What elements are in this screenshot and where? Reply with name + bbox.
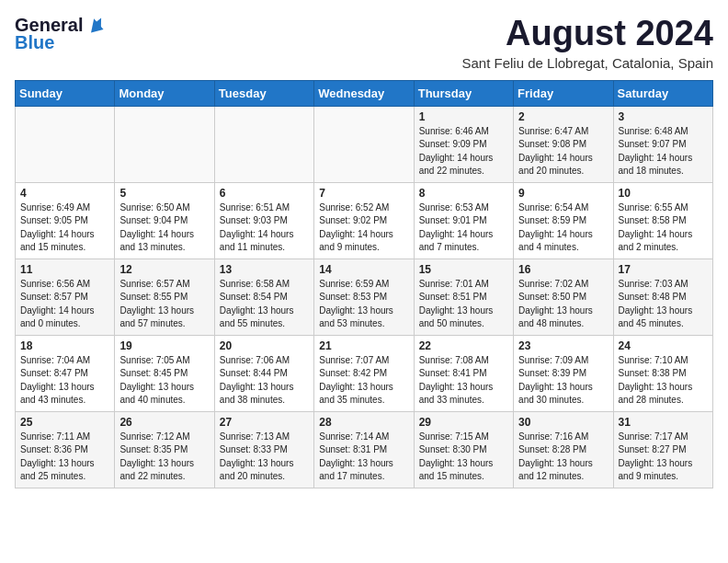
calendar-cell-w3-d2: 13Sunrise: 6:58 AMSunset: 8:54 PMDayligh…	[214, 259, 313, 335]
calendar-cell-w2-d6: 10Sunrise: 6:55 AMSunset: 8:58 PMDayligh…	[613, 182, 712, 259]
month-title: August 2024	[461, 15, 713, 53]
calendar-week-1: 1Sunrise: 6:46 AMSunset: 9:09 PMDaylight…	[16, 106, 713, 182]
calendar-week-3: 11Sunrise: 6:56 AMSunset: 8:57 PMDayligh…	[16, 259, 713, 335]
day-number: 25	[20, 416, 109, 429]
day-info: Sunrise: 7:02 AMSunset: 8:50 PMDaylight:…	[518, 278, 608, 331]
calendar-header-row: Sunday Monday Tuesday Wednesday Thursday…	[16, 80, 713, 106]
day-info: Sunrise: 6:58 AMSunset: 8:54 PMDaylight:…	[220, 278, 309, 331]
day-number: 8	[419, 187, 508, 200]
calendar-cell-w2-d2: 6Sunrise: 6:51 AMSunset: 9:03 PMDaylight…	[214, 182, 313, 259]
day-number: 21	[319, 339, 408, 352]
calendar-cell-w5-d1: 26Sunrise: 7:12 AMSunset: 8:35 PMDayligh…	[115, 411, 214, 488]
col-thursday: Thursday	[414, 80, 513, 106]
location-subtitle: Sant Feliu de Llobregat, Catalonia, Spai…	[461, 55, 713, 71]
calendar-cell-w1-d2	[214, 106, 313, 182]
day-number: 6	[220, 187, 309, 200]
calendar-cell-w4-d6: 24Sunrise: 7:10 AMSunset: 8:38 PMDayligh…	[613, 335, 712, 411]
calendar-week-5: 25Sunrise: 7:11 AMSunset: 8:36 PMDayligh…	[16, 411, 713, 488]
day-number: 15	[419, 263, 508, 276]
day-number: 19	[119, 339, 209, 352]
calendar-cell-w3-d4: 15Sunrise: 7:01 AMSunset: 8:51 PMDayligh…	[414, 259, 513, 335]
calendar-cell-w4-d2: 20Sunrise: 7:06 AMSunset: 8:44 PMDayligh…	[214, 335, 313, 411]
calendar-cell-w4-d0: 18Sunrise: 7:04 AMSunset: 8:47 PMDayligh…	[16, 335, 115, 411]
calendar-cell-w1-d5: 2Sunrise: 6:47 AMSunset: 9:08 PMDaylight…	[514, 106, 613, 182]
calendar-cell-w4-d3: 21Sunrise: 7:07 AMSunset: 8:42 PMDayligh…	[314, 335, 414, 411]
col-tuesday: Tuesday	[214, 80, 313, 106]
col-sunday: Sunday	[16, 80, 115, 106]
day-info: Sunrise: 7:12 AMSunset: 8:35 PMDaylight:…	[119, 431, 209, 484]
day-number: 13	[220, 263, 309, 276]
day-number: 12	[119, 263, 209, 276]
day-number: 29	[419, 416, 508, 429]
calendar-cell-w5-d4: 29Sunrise: 7:15 AMSunset: 8:30 PMDayligh…	[414, 411, 513, 488]
calendar-cell-w5-d5: 30Sunrise: 7:16 AMSunset: 8:28 PMDayligh…	[514, 411, 613, 488]
day-info: Sunrise: 7:06 AMSunset: 8:44 PMDaylight:…	[220, 354, 309, 408]
day-info: Sunrise: 7:16 AMSunset: 8:28 PMDaylight:…	[518, 431, 608, 484]
calendar-table: Sunday Monday Tuesday Wednesday Thursday…	[15, 80, 713, 488]
calendar-cell-w2-d0: 4Sunrise: 6:49 AMSunset: 9:05 PMDaylight…	[16, 182, 115, 259]
day-number: 2	[518, 110, 608, 123]
calendar-cell-w5-d0: 25Sunrise: 7:11 AMSunset: 8:36 PMDayligh…	[16, 411, 115, 488]
day-info: Sunrise: 6:56 AMSunset: 8:57 PMDaylight:…	[20, 278, 109, 331]
logo-bird-icon	[85, 15, 106, 35]
calendar-cell-w2-d4: 8Sunrise: 6:53 AMSunset: 9:01 PMDaylight…	[414, 182, 513, 259]
calendar-cell-w3-d6: 17Sunrise: 7:03 AMSunset: 8:48 PMDayligh…	[613, 259, 712, 335]
day-info: Sunrise: 6:46 AMSunset: 9:09 PMDaylight:…	[419, 125, 508, 178]
day-info: Sunrise: 7:01 AMSunset: 8:51 PMDaylight:…	[419, 278, 508, 331]
day-info: Sunrise: 7:09 AMSunset: 8:39 PMDaylight:…	[518, 354, 608, 408]
day-number: 22	[419, 339, 508, 352]
day-info: Sunrise: 6:48 AMSunset: 9:07 PMDaylight:…	[619, 125, 708, 178]
calendar-cell-w1-d3	[314, 106, 414, 182]
day-info: Sunrise: 7:05 AMSunset: 8:45 PMDaylight:…	[119, 354, 209, 408]
col-wednesday: Wednesday	[314, 80, 414, 106]
day-info: Sunrise: 7:07 AMSunset: 8:42 PMDaylight:…	[319, 354, 408, 408]
day-info: Sunrise: 6:51 AMSunset: 9:03 PMDaylight:…	[220, 201, 309, 255]
calendar-cell-w5-d3: 28Sunrise: 7:14 AMSunset: 8:31 PMDayligh…	[314, 411, 414, 488]
logo-blue-text: Blue	[15, 32, 54, 53]
calendar-cell-w1-d0	[16, 106, 115, 182]
day-info: Sunrise: 6:47 AMSunset: 9:08 PMDaylight:…	[518, 125, 608, 178]
calendar-cell-w2-d3: 7Sunrise: 6:52 AMSunset: 9:02 PMDaylight…	[314, 182, 414, 259]
day-number: 23	[518, 339, 608, 352]
calendar-cell-w4-d4: 22Sunrise: 7:08 AMSunset: 8:41 PMDayligh…	[414, 335, 513, 411]
day-info: Sunrise: 7:14 AMSunset: 8:31 PMDaylight:…	[319, 431, 408, 484]
day-info: Sunrise: 6:55 AMSunset: 8:58 PMDaylight:…	[619, 201, 708, 255]
day-number: 26	[119, 416, 209, 429]
calendar-cell-w1-d1	[115, 106, 214, 182]
day-info: Sunrise: 7:13 AMSunset: 8:33 PMDaylight:…	[220, 431, 309, 484]
col-monday: Monday	[115, 80, 214, 106]
day-info: Sunrise: 7:11 AMSunset: 8:36 PMDaylight:…	[20, 431, 109, 484]
day-number: 18	[20, 339, 109, 352]
calendar-cell-w3-d3: 14Sunrise: 6:59 AMSunset: 8:53 PMDayligh…	[314, 259, 414, 335]
day-info: Sunrise: 7:15 AMSunset: 8:30 PMDaylight:…	[419, 431, 508, 484]
calendar-cell-w4-d1: 19Sunrise: 7:05 AMSunset: 8:45 PMDayligh…	[115, 335, 214, 411]
calendar-cell-w5-d2: 27Sunrise: 7:13 AMSunset: 8:33 PMDayligh…	[214, 411, 313, 488]
calendar-cell-w5-d6: 31Sunrise: 7:17 AMSunset: 8:27 PMDayligh…	[613, 411, 712, 488]
day-number: 9	[518, 187, 608, 200]
calendar-cell-w3-d5: 16Sunrise: 7:02 AMSunset: 8:50 PMDayligh…	[514, 259, 613, 335]
logo: General Blue	[15, 15, 106, 53]
day-number: 5	[119, 187, 209, 200]
page-header: General Blue August 2024 Sant Feliu de L…	[15, 15, 713, 71]
day-info: Sunrise: 6:57 AMSunset: 8:55 PMDaylight:…	[119, 278, 209, 331]
day-info: Sunrise: 7:08 AMSunset: 8:41 PMDaylight:…	[419, 354, 508, 408]
calendar-cell-w3-d0: 11Sunrise: 6:56 AMSunset: 8:57 PMDayligh…	[16, 259, 115, 335]
title-block: August 2024 Sant Feliu de Llobregat, Cat…	[461, 15, 713, 71]
day-number: 16	[518, 263, 608, 276]
calendar-week-2: 4Sunrise: 6:49 AMSunset: 9:05 PMDaylight…	[16, 182, 713, 259]
day-info: Sunrise: 7:03 AMSunset: 8:48 PMDaylight:…	[619, 278, 708, 331]
calendar-cell-w1-d6: 3Sunrise: 6:48 AMSunset: 9:07 PMDaylight…	[613, 106, 712, 182]
day-info: Sunrise: 7:10 AMSunset: 8:38 PMDaylight:…	[619, 354, 708, 408]
day-number: 28	[319, 416, 408, 429]
calendar-cell-w1-d4: 1Sunrise: 6:46 AMSunset: 9:09 PMDaylight…	[414, 106, 513, 182]
day-number: 27	[220, 416, 309, 429]
day-info: Sunrise: 6:59 AMSunset: 8:53 PMDaylight:…	[319, 278, 408, 331]
col-saturday: Saturday	[613, 80, 712, 106]
calendar-cell-w2-d5: 9Sunrise: 6:54 AMSunset: 8:59 PMDaylight…	[514, 182, 613, 259]
calendar-cell-w4-d5: 23Sunrise: 7:09 AMSunset: 8:39 PMDayligh…	[514, 335, 613, 411]
day-number: 4	[20, 187, 109, 200]
day-number: 7	[319, 187, 408, 200]
day-number: 14	[319, 263, 408, 276]
calendar-cell-w2-d1: 5Sunrise: 6:50 AMSunset: 9:04 PMDaylight…	[115, 182, 214, 259]
day-number: 31	[619, 416, 708, 429]
